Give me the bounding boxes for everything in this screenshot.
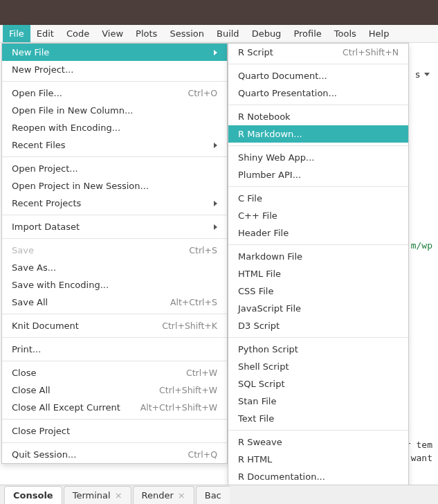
- tab-label: Console: [13, 490, 53, 501]
- menu-item-label: C++ File: [238, 210, 399, 221]
- newfile-item-separator: [228, 105, 408, 105]
- menu-code[interactable]: Code: [60, 25, 95, 42]
- newfile-item-sql-script[interactable]: SQL Script: [228, 375, 408, 393]
- menu-item-label: Print...: [12, 344, 217, 354]
- chevron-right-icon: [214, 224, 217, 230]
- file-menu-item-close-project[interactable]: Close Project: [2, 422, 227, 440]
- close-icon[interactable]: ×: [115, 491, 122, 500]
- bottom-tabstrip: ConsoleTerminal×Render×Bac: [0, 485, 438, 504]
- tab-terminal[interactable]: Terminal×: [64, 486, 131, 504]
- menu-label: Plots: [136, 28, 157, 39]
- menu-item-label: R Sweave: [238, 437, 399, 447]
- file-menu-item-save-all[interactable]: Save AllAlt+Ctrl+S: [2, 294, 227, 311]
- menu-help[interactable]: Help: [363, 25, 396, 42]
- newfile-item-plumber-api[interactable]: Plumber API...: [228, 166, 408, 183]
- file-menu-item-open-project[interactable]: Open Project...: [2, 160, 227, 177]
- file-menu-item-close-all[interactable]: Close AllCtrl+Shift+W: [2, 381, 227, 399]
- menu-label: Session: [170, 28, 204, 39]
- menu-item-label: Text File: [238, 413, 399, 424]
- file-menu-item-open-file-in-new-column[interactable]: Open File in New Column...: [2, 102, 227, 119]
- file-menu-item-new-project[interactable]: New Project...: [2, 61, 227, 78]
- newfile-item-shiny-web-app[interactable]: Shiny Web App...: [228, 149, 408, 166]
- newfile-item-quarto-document[interactable]: Quarto Document...: [228, 67, 408, 84]
- file-menu-item-knit-document[interactable]: Knit DocumentCtrl+Shift+K: [2, 317, 227, 334]
- menu-item-label: Stan File: [238, 396, 399, 406]
- newfile-item-r-markdown[interactable]: R Markdown...: [228, 125, 408, 143]
- file-menu-item-save-as[interactable]: Save As...: [2, 259, 227, 276]
- menu-item-label: Close Project: [12, 426, 217, 436]
- newfile-item-separator: [228, 186, 408, 187]
- menu-item-label: New Project...: [12, 64, 217, 75]
- menu-item-label: Markdown File: [238, 251, 399, 262]
- tab-bac[interactable]: Bac: [196, 486, 230, 504]
- file-menu-item-recent-files[interactable]: Recent Files: [2, 136, 227, 154]
- file-menu-item-recent-projects[interactable]: Recent Projects: [2, 195, 227, 212]
- file-menu-item-open-file[interactable]: Open File...Ctrl+O: [2, 84, 227, 102]
- newfile-item-r-script[interactable]: R ScriptCtrl+Shift+N: [228, 44, 408, 61]
- newfile-item-d3-script[interactable]: D3 Script: [228, 317, 408, 334]
- newfile-item-css-file[interactable]: CSS File: [228, 282, 408, 300]
- chevron-right-icon: [214, 143, 217, 148]
- menu-plots[interactable]: Plots: [129, 25, 163, 42]
- menu-session[interactable]: Session: [163, 25, 210, 42]
- menu-item-label: Quit Session...: [12, 449, 178, 460]
- menu-profile[interactable]: Profile: [287, 25, 327, 42]
- close-icon[interactable]: ×: [178, 491, 185, 500]
- file-menu-item-quit-session[interactable]: Quit Session...Ctrl+Q: [2, 446, 227, 463]
- file-menu-item-separator: [2, 361, 227, 361]
- menu-item-shortcut: Ctrl+Q: [188, 449, 217, 460]
- newfile-item-separator: [228, 430, 408, 431]
- project-dropdown[interactable]: s: [415, 69, 430, 80]
- menu-debug[interactable]: Debug: [246, 25, 288, 42]
- file-menu-item-separator: [2, 81, 227, 82]
- file-menu-item-separator: [2, 156, 227, 157]
- menu-tools[interactable]: Tools: [328, 25, 363, 42]
- chevron-right-icon: [214, 50, 217, 55]
- file-menu-item-print[interactable]: Print...: [2, 341, 227, 358]
- newfile-item-header-file[interactable]: Header File: [228, 224, 408, 242]
- menu-item-shortcut: Alt+Ctrl+S: [170, 297, 217, 307]
- file-menu-item-open-project-in-new-session[interactable]: Open Project in New Session...: [2, 177, 227, 195]
- newfile-item-python-script[interactable]: Python Script: [228, 341, 408, 358]
- file-menu-item-save: SaveCtrl+S: [2, 242, 227, 259]
- tab-label: Terminal: [73, 490, 111, 501]
- newfile-item-r-documentation[interactable]: R Documentation...: [228, 468, 408, 485]
- newfile-item-r-notebook[interactable]: R Notebook: [228, 108, 408, 125]
- file-menu-item-import-dataset[interactable]: Import Dataset: [2, 218, 227, 235]
- menu-item-label: C File: [238, 193, 399, 204]
- file-menu-item-reopen-with-encoding[interactable]: Reopen with Encoding...: [2, 119, 227, 136]
- file-menu-item-separator: [2, 314, 227, 314]
- newfile-item-html-file[interactable]: HTML File: [228, 265, 408, 282]
- menu-item-label: SQL Script: [238, 379, 399, 389]
- tab-render[interactable]: Render×: [133, 486, 194, 504]
- menu-label: Debug: [252, 28, 282, 39]
- project-dropdown-label: s: [415, 69, 420, 80]
- menu-item-label: Shell Script: [238, 361, 399, 372]
- file-menu-item-close[interactable]: CloseCtrl+W: [2, 364, 227, 381]
- newfile-item-separator: [228, 145, 408, 146]
- file-menu-dropdown: New FileNew Project...Open File...Ctrl+O…: [1, 43, 228, 464]
- menu-item-label: Open File...: [12, 88, 178, 98]
- menu-edit[interactable]: Edit: [30, 25, 60, 42]
- newfile-item-c-file[interactable]: C++ File: [228, 207, 408, 224]
- menu-label: View: [102, 28, 123, 39]
- file-menu-item-new-file[interactable]: New File: [2, 44, 227, 61]
- newfile-item-stan-file[interactable]: Stan File: [228, 393, 408, 410]
- newfile-item-c-file[interactable]: C File: [228, 190, 408, 207]
- newfile-item-javascript-file[interactable]: JavaScript File: [228, 300, 408, 317]
- menu-view[interactable]: View: [95, 25, 129, 42]
- menu-label: Profile: [293, 28, 321, 39]
- newfile-item-markdown-file[interactable]: Markdown File: [228, 248, 408, 265]
- menu-file[interactable]: File: [3, 25, 30, 42]
- newfile-item-shell-script[interactable]: Shell Script: [228, 358, 408, 375]
- file-menu-item-close-all-except-current[interactable]: Close All Except CurrentAlt+Ctrl+Shift+W: [2, 399, 227, 416]
- newfile-item-quarto-presentation[interactable]: Quarto Presentation...: [228, 84, 408, 102]
- newfile-item-r-sweave[interactable]: R Sweave: [228, 433, 408, 451]
- newfile-item-r-html[interactable]: R HTML: [228, 451, 408, 468]
- newfile-item-text-file[interactable]: Text File: [228, 410, 408, 427]
- background-link-fragment: m/wp: [411, 240, 432, 251]
- tab-console[interactable]: Console: [4, 486, 62, 504]
- menu-item-label: Recent Projects: [12, 198, 207, 208]
- menu-build[interactable]: Build: [210, 25, 246, 42]
- file-menu-item-save-with-encoding[interactable]: Save with Encoding...: [2, 276, 227, 294]
